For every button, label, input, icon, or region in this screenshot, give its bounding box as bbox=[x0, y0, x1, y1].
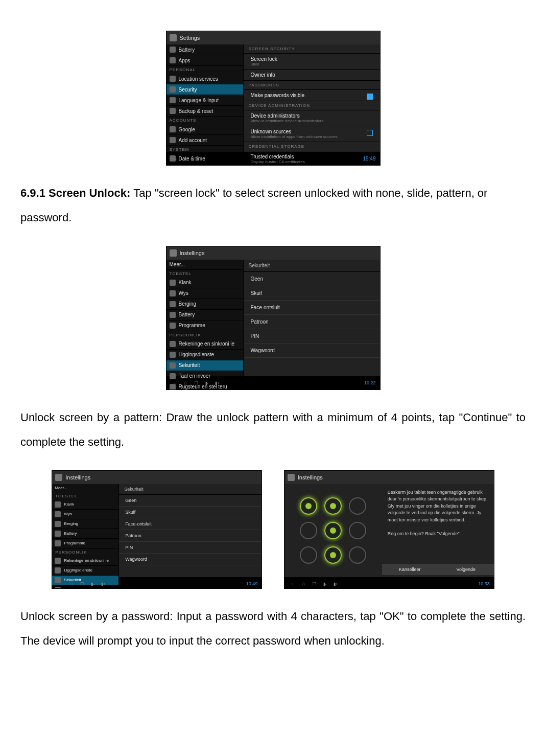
back-icon[interactable]: ← bbox=[171, 156, 180, 162]
recent-icon[interactable]: □ bbox=[310, 581, 319, 586]
pattern-dot[interactable] bbox=[349, 522, 366, 539]
sidebar-item-battery[interactable]: Battery bbox=[52, 529, 118, 539]
pane-title: Sekuriteit bbox=[119, 484, 262, 495]
row-trusted-credentials[interactable]: Trusted credentialsDisplay trusted CA ce… bbox=[244, 151, 380, 166]
status-clock: 15:49 bbox=[363, 156, 375, 162]
option-pattern[interactable]: Patroon bbox=[244, 315, 380, 329]
sidebar-item-sound[interactable]: Klank bbox=[52, 500, 118, 510]
checkbox-off-icon[interactable] bbox=[367, 130, 373, 136]
option-none[interactable]: Geen bbox=[244, 272, 380, 286]
back-icon[interactable]: ← bbox=[56, 581, 65, 586]
google-icon bbox=[170, 126, 176, 132]
settings-icon bbox=[55, 474, 62, 481]
sync-icon bbox=[170, 341, 176, 347]
pattern-dot[interactable] bbox=[349, 497, 366, 515]
row-owner-info[interactable]: Owner info bbox=[244, 70, 380, 81]
row-unknown-sources[interactable]: Unknown sourcesAllow installation of app… bbox=[244, 126, 380, 142]
lock-icon bbox=[170, 86, 176, 93]
display-icon bbox=[170, 290, 176, 296]
sidebar-item-battery[interactable]: Battery bbox=[167, 44, 243, 55]
nav-left: ← ⌂ □ ▮- ▮+ bbox=[171, 380, 222, 385]
home-icon[interactable]: ⌂ bbox=[67, 581, 76, 586]
sidebar-item-storage[interactable]: Berging bbox=[52, 519, 118, 529]
sidebar-item-apps[interactable]: Programme bbox=[52, 539, 118, 548]
option-pin[interactable]: PIN bbox=[119, 542, 262, 554]
sidebar-item-location[interactable]: Liggingsdienste bbox=[52, 566, 118, 576]
back-icon[interactable]: ← bbox=[289, 581, 298, 586]
checkbox-on-icon[interactable] bbox=[367, 94, 373, 100]
back-icon[interactable]: ← bbox=[171, 380, 180, 385]
pattern-dot[interactable] bbox=[300, 497, 317, 515]
pattern-dot[interactable] bbox=[300, 546, 317, 564]
sidebar-item-display[interactable]: Wys bbox=[167, 288, 243, 299]
settings-sidebar: Meer... TOESTEL Klank Wys Berging Batter… bbox=[167, 260, 244, 376]
sidebar-item-add-account[interactable]: Add account bbox=[167, 135, 243, 146]
option-password[interactable]: Wagwoord bbox=[119, 554, 262, 565]
sidebar-header-device: TOESTEL bbox=[167, 270, 243, 278]
next-button[interactable]: Volgende bbox=[438, 564, 494, 575]
row-device-admins[interactable]: Device administratorsView or deactivate … bbox=[244, 110, 380, 126]
sidebar-item-location[interactable]: Liggingsdienste bbox=[167, 350, 243, 360]
recent-icon[interactable]: □ bbox=[192, 380, 201, 385]
sidebar-item-storage[interactable]: Berging bbox=[167, 299, 243, 310]
option-slide[interactable]: Skuif bbox=[244, 286, 380, 301]
option-face[interactable]: Face-ontsluit bbox=[244, 301, 380, 315]
home-icon[interactable]: ⌂ bbox=[181, 156, 190, 162]
sidebar-item-security[interactable]: Security bbox=[167, 84, 243, 95]
option-pin[interactable]: PIN bbox=[244, 329, 380, 343]
vol-down-icon[interactable]: ▮- bbox=[320, 582, 329, 586]
sidebar-item-language[interactable]: Language & input bbox=[167, 95, 243, 106]
sidebar-item-apps[interactable]: Apps bbox=[167, 55, 243, 66]
sidebar-item-apps[interactable]: Programme bbox=[167, 320, 243, 331]
option-slide[interactable]: Skuif bbox=[119, 507, 262, 518]
option-none[interactable]: Geen bbox=[119, 495, 262, 507]
status-clock: 10:22 bbox=[364, 380, 376, 385]
option-face[interactable]: Face-ontsluit bbox=[119, 518, 262, 530]
pane-title: Sekuriteit bbox=[244, 260, 380, 272]
sidebar-item-more[interactable]: Meer... bbox=[167, 260, 243, 270]
option-pattern[interactable]: Patroon bbox=[119, 530, 262, 542]
paragraph-password: Unlock screen by a password: Input a pas… bbox=[20, 604, 526, 654]
pattern-dot[interactable] bbox=[300, 522, 317, 539]
sidebar-item-battery[interactable]: Battery bbox=[167, 310, 243, 320]
sidebar-item-google[interactable]: Google bbox=[167, 124, 243, 135]
sidebar-item-display[interactable]: Wys bbox=[52, 510, 118, 519]
sidebar-item-location[interactable]: Location services bbox=[167, 74, 243, 84]
pattern-dot[interactable] bbox=[324, 522, 342, 539]
titlebar: Settings bbox=[167, 31, 380, 44]
pattern-dot[interactable] bbox=[324, 497, 342, 515]
sidebar-item-sound[interactable]: Klank bbox=[167, 278, 243, 288]
cancel-button[interactable]: Kanselleer bbox=[382, 564, 438, 575]
battery-icon bbox=[55, 531, 61, 537]
screenshot-lock-options: Instellings Meer... TOESTEL Klank Wys Be… bbox=[166, 246, 381, 390]
storage-icon bbox=[55, 521, 61, 527]
sidebar-item-backup[interactable]: Backup & reset bbox=[167, 106, 243, 117]
pattern-grid[interactable] bbox=[284, 484, 382, 577]
app-title: Instellings bbox=[65, 474, 90, 480]
pattern-dot[interactable] bbox=[324, 546, 342, 564]
vol-up-icon[interactable]: ▮+ bbox=[99, 582, 108, 586]
recent-icon[interactable]: □ bbox=[78, 581, 87, 586]
row-passwords-visible[interactable]: Make passwords visible bbox=[244, 90, 380, 101]
sidebar-item-more[interactable]: Meer... bbox=[52, 484, 118, 492]
row-screen-lock[interactable]: Screen lockSlide bbox=[244, 54, 380, 70]
home-icon[interactable]: ⌂ bbox=[299, 581, 308, 586]
settings-icon bbox=[170, 34, 177, 41]
vol-down-icon[interactable]: ▮- bbox=[88, 582, 98, 586]
settings-detail-pane: SCREEN SECURITY Screen lockSlide Owner i… bbox=[244, 44, 380, 152]
sidebar-item-accounts[interactable]: Rekeninge en sinkroni ie bbox=[167, 339, 243, 350]
vol-down-icon[interactable]: ▮- bbox=[202, 381, 211, 385]
sidebar-item-accounts[interactable]: Rekeninge en sinkroni ie bbox=[52, 556, 118, 566]
pattern-help-text: Beskerm jou tablet teen ongemagtigde geb… bbox=[382, 484, 494, 577]
nav-left: ← ⌂ □ ▮- ▮+ bbox=[56, 581, 108, 586]
vol-up-icon[interactable]: ▮+ bbox=[213, 381, 222, 385]
location-icon bbox=[170, 76, 176, 82]
option-password[interactable]: Wagwoord bbox=[244, 343, 380, 358]
recent-icon[interactable]: □ bbox=[192, 156, 201, 162]
sidebar-item-security[interactable]: Sekuriteit bbox=[167, 360, 243, 371]
vol-up-icon[interactable]: ▮+ bbox=[331, 582, 340, 586]
app-title: Instellings bbox=[180, 250, 205, 256]
pattern-dot[interactable] bbox=[349, 546, 366, 564]
home-icon[interactable]: ⌂ bbox=[181, 380, 190, 385]
lock-options-pane: Sekuriteit Geen Skuif Face-ontsluit Patr… bbox=[244, 260, 380, 376]
